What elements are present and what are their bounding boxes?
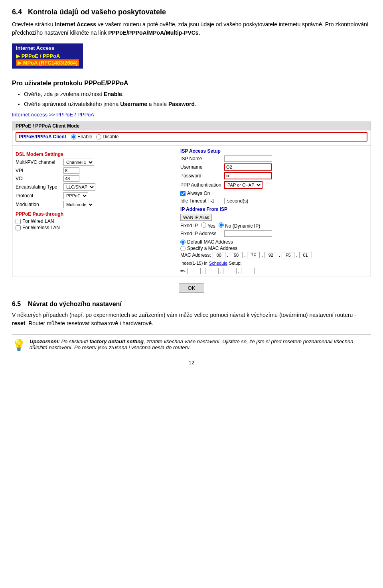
nav-item-pppoe[interactable]: PPPoE / PPPoA [16, 53, 79, 59]
radio-group: Enable Disable [71, 134, 118, 140]
fixed-ip-no-radio[interactable] [219, 222, 224, 228]
disable-label: Disable [103, 134, 118, 140]
enable-radio-label[interactable]: Enable [71, 134, 92, 140]
breadcrumb: Internet Access >> PPPoE / PPPoA [12, 112, 371, 118]
specify-mac-radio[interactable] [180, 246, 186, 251]
form-row-vpi: VPI [16, 167, 174, 174]
sched-input-1[interactable] [187, 268, 201, 274]
note-italic: Ujistěte se, že jste si před resetem poz… [30, 338, 353, 350]
modulation-select[interactable]: Multimode [63, 201, 94, 208]
encap-select[interactable]: LLC/SNAP [63, 183, 95, 191]
wan-alias-button[interactable]: WAN IP Alias [180, 214, 212, 221]
multi-pvc-select[interactable]: Channel 1 [63, 159, 94, 166]
form-row-multi-pvc: Multi-PVC channel Channel 1 [16, 159, 174, 166]
disable-radio-label[interactable]: Disable [96, 134, 118, 140]
form-row-modulation: Modulation Multimode [16, 201, 174, 208]
protocol-select[interactable]: PPPoE [63, 192, 88, 199]
mac-part-2[interactable] [230, 252, 243, 258]
wireless-lan-checkbox[interactable] [16, 225, 21, 230]
mac-part-5[interactable] [282, 252, 294, 258]
ppp-auth-row: PPP Authentication PAP or CHAP PAP CHAP [180, 181, 367, 189]
mac-part-3[interactable] [247, 252, 260, 258]
router-panel: PPPoE / PPPoA Client Mode PPPoE/PPPoA Cl… [12, 122, 371, 277]
idle-timeout-row: Idle Timeout second(s) [180, 198, 367, 204]
username-row: Username [180, 163, 367, 171]
section-number: 6.4 [12, 8, 22, 16]
isp-name-input[interactable] [224, 155, 272, 162]
sched-input-4[interactable] [241, 268, 255, 274]
link-bold: PPPoE/PPPoA/MPoA/Multip-PVCs [108, 29, 198, 36]
default-mac-row: Default MAC Address [180, 239, 367, 245]
yes-label: Yes [207, 223, 215, 229]
page-number: 12 [12, 360, 371, 366]
schedule-inputs-row: => , , , [180, 268, 367, 274]
note-box: 💡 Upozornění: Po stisknutí factory defau… [12, 334, 371, 352]
seconds-label: second(s) [227, 198, 248, 204]
form-row-vci: VCI [16, 175, 174, 182]
wan-alias-row: WAN IP Alias [180, 214, 367, 221]
fixed-ip-addr-input[interactable] [224, 230, 272, 237]
wired-lan-row: For Wired LAN [16, 218, 174, 224]
wireless-lan-row: For Wireless LAN [16, 225, 174, 230]
encap-control: LLC/SNAP [63, 183, 95, 191]
isp-name-label: ISP Name [180, 156, 224, 161]
fixed-ip-yes-label[interactable]: Yes [201, 222, 215, 229]
pppoe-section-heading: Pro uživatele protokolu PPPoE/PPPoA [12, 80, 371, 87]
mac-part-4[interactable] [265, 252, 277, 258]
disable-radio[interactable] [96, 134, 101, 140]
mac-sep-2: . [244, 252, 245, 258]
panel-left: DSL Modem Settings Multi-PVC channel Cha… [12, 146, 177, 277]
note-text: Upozornění: Po stisknutí factory default… [30, 338, 371, 350]
vci-input[interactable] [63, 175, 79, 182]
vpi-input[interactable] [63, 167, 79, 174]
upozorneni-label: Upozornění: [30, 338, 60, 344]
username-input[interactable] [224, 163, 272, 171]
panel-right: ISP Access Setup ISP Name Username Passw… [177, 146, 371, 277]
mac-part-6[interactable] [299, 252, 312, 258]
ok-button[interactable]: OK [179, 283, 205, 293]
wired-lan-checkbox[interactable] [16, 219, 21, 224]
enable-radio[interactable] [71, 134, 76, 140]
internet-access-bold: Internet Access [55, 21, 96, 28]
mac-part-1[interactable] [213, 252, 225, 258]
mac-sep-1: . [227, 252, 228, 258]
username-bold: Username [120, 101, 147, 107]
sched-input-2[interactable] [205, 268, 219, 274]
always-on-checkbox[interactable] [180, 191, 186, 196]
panel-body: DSL Modem Settings Multi-PVC channel Cha… [12, 146, 371, 277]
fixed-ip-row: Fixed IP Yes No (Dynamic IP) [180, 222, 367, 229]
vpi-label: VPI [16, 168, 63, 173]
username-label: Username [180, 164, 224, 170]
idle-timeout-input[interactable] [209, 198, 225, 204]
vci-label: VCI [16, 176, 63, 181]
password-input[interactable] [224, 172, 272, 179]
password-label: Password [180, 173, 224, 179]
factory-setting-bold: factory default setting [89, 338, 144, 344]
password-bold: Password [168, 101, 195, 107]
fixed-ip-yes-radio[interactable] [201, 222, 206, 228]
section65-title: Návrat do výchozího nastavení [28, 301, 122, 307]
multi-pvc-control: Channel 1 [63, 159, 94, 166]
section65-number: 6.5 [12, 301, 21, 307]
password-row: Password [180, 172, 367, 179]
ppp-auth-select[interactable]: PAP or CHAP PAP CHAP [224, 181, 263, 189]
protocol-control: PPPoE [63, 192, 88, 199]
fixed-ip-no-label[interactable]: No (Dynamic IP) [219, 222, 260, 229]
wired-lan-label: For Wired LAN [22, 218, 54, 224]
idle-timeout-label: Idle Timeout [180, 198, 206, 204]
schedule-row: Index(1-15) in Schedule Setup: [180, 261, 367, 265]
sched-input-3[interactable] [223, 268, 237, 274]
specify-mac-row: Specify a MAC Address [180, 246, 367, 251]
mac-sep-3: . [261, 252, 263, 258]
schedule-link[interactable]: Schedule [209, 261, 227, 265]
no-label: No (Dynamic IP) [225, 223, 260, 229]
passthrough-section: PPPoE Pass-through For Wired LAN For Wir… [16, 211, 174, 230]
bullet-username: Ověřte správnost uživatelského jména Use… [24, 100, 371, 108]
always-on-label: Always On [187, 191, 210, 196]
wireless-lan-label: For Wireless LAN [22, 225, 60, 230]
always-on-row: Always On [180, 191, 367, 196]
protocol-label: Protocol [16, 193, 63, 199]
nav-item-mpoa[interactable]: MPoA (RFC1483/2684) [16, 59, 79, 66]
default-mac-radio[interactable] [180, 240, 186, 245]
nav-title: Internet Access [16, 45, 79, 51]
